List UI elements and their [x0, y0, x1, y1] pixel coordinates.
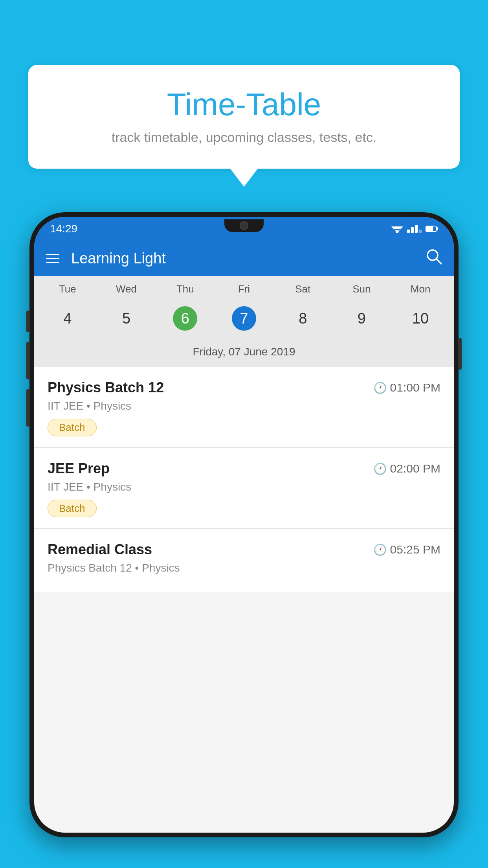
day-8[interactable]: 8 — [273, 302, 332, 335]
class-meta-2: Physics Batch 12 • Physics — [48, 562, 440, 574]
phone-volume-down-button — [26, 342, 30, 379]
day-10[interactable]: 10 — [391, 302, 450, 335]
day-circle-5: 5 — [114, 306, 139, 331]
day-4[interactable]: 4 — [38, 302, 97, 335]
bubble-title: Time-Table — [52, 86, 436, 123]
day-circle-6: 6 — [173, 306, 197, 331]
day-5[interactable]: 5 — [97, 302, 156, 335]
status-time: 14:29 — [50, 223, 77, 235]
phone-container: 14:29 — [29, 212, 459, 868]
menu-icon[interactable] — [46, 254, 59, 263]
phone-volume-up-button — [26, 311, 30, 332]
class-item-1[interactable]: JEE Prep 🕐 02:00 PM IIT JEE • Physics Ba… — [34, 448, 454, 529]
selected-date-label: Friday, 07 June 2019 — [34, 342, 454, 367]
day-9[interactable]: 9 — [332, 302, 391, 335]
class-time-text-2: 05:25 PM — [390, 543, 440, 556]
day-header-fri: Fri — [215, 283, 273, 295]
svg-line-5 — [437, 259, 441, 264]
day-headers: Tue Wed Thu Fri Sat Sun Mon — [34, 276, 454, 298]
day-header-tue: Tue — [38, 283, 97, 295]
class-meta-0: IIT JEE • Physics — [48, 400, 440, 412]
menu-line-3 — [46, 262, 59, 263]
phone-screen: 14:29 — [34, 217, 454, 833]
class-name-1: JEE Prep — [48, 460, 110, 477]
class-name-2: Remedial Class — [48, 541, 152, 558]
class-time-1: 🕐 02:00 PM — [373, 462, 440, 475]
signal-icon — [407, 225, 422, 233]
calendar-section: Tue Wed Thu Fri Sat Sun Mon 4 5 6 7 8 9 … — [34, 276, 454, 367]
phone-camera — [240, 221, 248, 230]
phone-notch — [224, 219, 264, 232]
day-header-sun: Sun — [332, 283, 391, 295]
day-circle-7: 7 — [232, 306, 256, 331]
clock-icon-0: 🕐 — [373, 381, 387, 394]
day-6[interactable]: 6 — [156, 302, 215, 335]
day-numbers: 4 5 6 7 8 9 10 — [34, 298, 454, 342]
day-circle-8: 8 — [291, 306, 315, 331]
class-time-text-0: 01:00 PM — [390, 381, 440, 394]
speech-bubble: Time-Table track timetable, upcoming cla… — [28, 65, 460, 169]
day-header-sat: Sat — [273, 283, 332, 295]
class-time-2: 🕐 05:25 PM — [373, 543, 440, 556]
battery-icon — [426, 226, 438, 232]
day-header-wed: Wed — [97, 283, 156, 295]
class-list: Physics Batch 12 🕐 01:00 PM IIT JEE • Ph… — [34, 367, 454, 592]
class-item-0[interactable]: Physics Batch 12 🕐 01:00 PM IIT JEE • Ph… — [34, 367, 454, 448]
day-header-thu: Thu — [156, 283, 215, 295]
app-bar: Learning Light — [34, 241, 454, 276]
phone-outer: 14:29 — [29, 212, 459, 837]
menu-line-2 — [46, 258, 59, 259]
class-item-header-0: Physics Batch 12 🕐 01:00 PM — [48, 379, 440, 396]
class-time-text-1: 02:00 PM — [390, 462, 440, 475]
bubble-subtitle: track timetable, upcoming classes, tests… — [52, 130, 436, 145]
class-meta-1: IIT JEE • Physics — [48, 481, 440, 493]
phone-power-button — [458, 338, 462, 370]
day-7[interactable]: 7 — [215, 302, 273, 335]
status-icons — [391, 224, 438, 233]
app-title: Learning Light — [71, 250, 426, 267]
day-header-mon: Mon — [391, 283, 450, 295]
day-circle-4: 4 — [55, 306, 80, 331]
clock-icon-2: 🕐 — [373, 543, 387, 556]
phone-silent-button — [26, 389, 30, 427]
clock-icon-1: 🕐 — [373, 462, 387, 475]
class-item-header-1: JEE Prep 🕐 02:00 PM — [48, 460, 440, 477]
class-item-header-2: Remedial Class 🕐 05:25 PM — [48, 541, 440, 558]
batch-badge-0: Batch — [48, 419, 97, 436]
day-circle-9: 9 — [349, 306, 374, 331]
class-item-2[interactable]: Remedial Class 🕐 05:25 PM Physics Batch … — [34, 529, 454, 592]
day-circle-10: 10 — [408, 306, 433, 331]
class-name-0: Physics Batch 12 — [48, 379, 164, 396]
wifi-icon — [391, 224, 403, 233]
batch-badge-1: Batch — [48, 500, 97, 517]
menu-line-1 — [46, 254, 59, 255]
search-button[interactable] — [426, 248, 442, 268]
class-time-0: 🕐 01:00 PM — [373, 381, 440, 394]
